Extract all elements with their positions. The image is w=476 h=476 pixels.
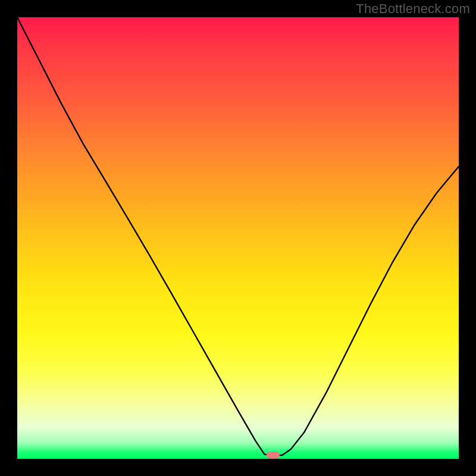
curve-path — [17, 17, 459, 455]
watermark-text: TheBottleneck.com — [356, 1, 470, 17]
plot-area — [17, 17, 459, 459]
optimum-marker — [267, 452, 280, 459]
bottleneck-curve — [17, 17, 459, 459]
chart-frame: TheBottleneck.com — [0, 0, 476, 476]
